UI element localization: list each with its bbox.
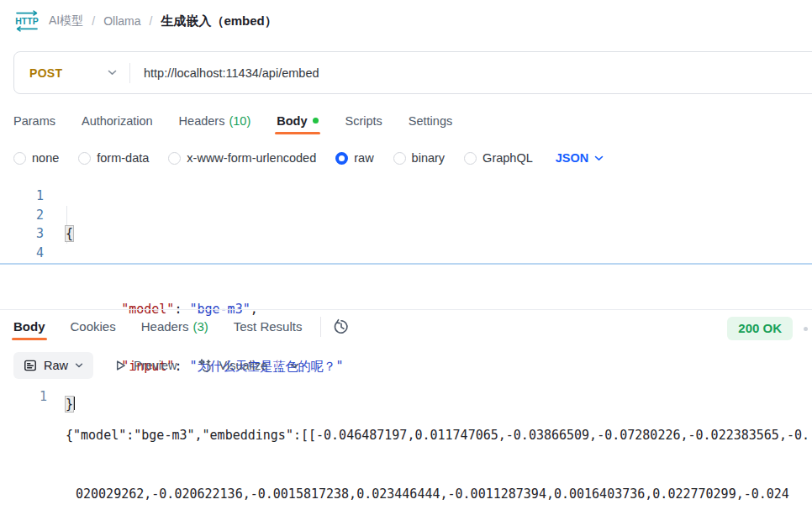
method-select[interactable]: POST (14, 52, 129, 93)
request-url-bar: POST http://localhost:11434/api/embed (13, 51, 812, 94)
tab-headers[interactable]: Headers (10) (179, 107, 251, 134)
chevron-down-icon (594, 155, 604, 161)
breadcrumb-separator: / (149, 14, 152, 28)
method-label: POST (29, 66, 62, 80)
tab-params[interactable]: Params (13, 107, 55, 134)
response-tab-body[interactable]: Body (13, 313, 45, 340)
raw-button-label: Raw (44, 359, 68, 372)
divider (129, 63, 130, 83)
chevron-down-icon[interactable] (290, 363, 299, 369)
url-input[interactable]: http://localhost:11434/api/embed (144, 66, 319, 80)
tab-settings[interactable]: Settings (409, 107, 452, 134)
radio-icon (168, 152, 181, 165)
response-json-text: {"model":"bge-m3","embeddings":[[-0.0464… (66, 387, 809, 531)
radio-icon (464, 152, 477, 165)
response-tab-headers[interactable]: Headers (3) (141, 313, 208, 340)
preview-button-label: Preview (134, 359, 177, 372)
magic-sparkle-icon (198, 358, 213, 373)
radio-label: binary (412, 151, 446, 165)
breadcrumb-item-subfolder[interactable]: Ollama (103, 14, 140, 28)
http-protocol-icon: HTTP (13, 9, 40, 33)
tab-label: Body (13, 319, 45, 334)
breadcrumb: HTTP AI模型 / Ollama / 生成嵌入（embed） (13, 8, 277, 34)
body-type-selector: none form-data x-www-form-urlencoded raw… (13, 145, 604, 171)
response-line: 020029262,-0.020622136,-0.0015817238,0.0… (66, 485, 809, 504)
preview-button[interactable]: Preview (113, 359, 177, 372)
section-divider (0, 309, 812, 310)
body-type-urlencoded[interactable]: x-www-form-urlencoded (168, 151, 316, 165)
divider (277, 360, 278, 372)
request-tabs: Params Authorization Headers (10) Body S… (13, 107, 452, 134)
tab-scripts[interactable]: Scripts (345, 107, 382, 134)
tab-headers-label: Headers (179, 114, 225, 128)
body-type-graphql[interactable]: GraphQL (464, 151, 533, 165)
status-separator-dot (804, 327, 808, 331)
radio-icon (13, 152, 26, 165)
body-type-none[interactable]: none (13, 151, 59, 165)
radio-label: GraphQL (482, 151, 533, 165)
response-toolbar: Raw Preview Visualize (13, 352, 299, 379)
breadcrumb-separator: / (92, 14, 95, 28)
request-body-editor[interactable]: 1 2 3 4 { "model": "bge-m3", "input": "为… (0, 186, 812, 263)
response-tabs-extra (320, 317, 350, 337)
response-tab-cookies[interactable]: Cookies (71, 313, 116, 340)
radio-label: raw (354, 151, 373, 165)
breadcrumb-item-folder[interactable]: AI模型 (49, 13, 83, 29)
language-select[interactable]: JSON (556, 151, 604, 165)
tab-body-label: Body (277, 114, 307, 128)
response-tab-test-results[interactable]: Test Results (234, 313, 303, 340)
radio-checked-icon (335, 152, 348, 165)
editor-line-numbers: 1 2 3 4 (0, 187, 44, 262)
visualize-button[interactable]: Visualize (198, 358, 268, 373)
tab-authorization[interactable]: Authorization (82, 107, 153, 134)
active-tab-underline (275, 132, 320, 134)
response-line-number: 1 (0, 387, 47, 407)
open-brace: { (66, 226, 73, 241)
radio-label: none (32, 151, 59, 165)
response-headers-count-badge: (3) (192, 319, 208, 334)
language-label: JSON (556, 151, 589, 165)
chevron-down-icon (75, 363, 83, 368)
headers-count-badge: (10) (229, 114, 250, 128)
tab-body[interactable]: Body (277, 107, 319, 134)
tab-label: Headers (141, 319, 189, 334)
body-type-binary[interactable]: binary (393, 151, 446, 165)
status-badge: 200 OK (727, 317, 793, 340)
radio-icon (78, 152, 91, 165)
response-body-viewer[interactable]: 1 {"model":"bge-m3","embeddings":[[-0.04… (0, 387, 812, 531)
editor-bottom-divider (0, 263, 812, 265)
breadcrumb-current-page: 生成嵌入（embed） (161, 13, 277, 29)
radio-label: x-www-form-urlencoded (187, 151, 316, 165)
divider (320, 317, 321, 337)
raw-view-button[interactable]: Raw (13, 352, 93, 379)
radio-label: form-data (97, 151, 149, 165)
body-type-raw[interactable]: raw (335, 151, 373, 165)
response-tabs: Body Cookies Headers (3) Test Results (13, 313, 350, 340)
response-line: {"model":"bge-m3","embeddings":[[-0.0464… (66, 426, 809, 445)
raw-text-icon (24, 359, 37, 372)
body-type-form-data[interactable]: form-data (78, 151, 149, 165)
history-icon[interactable] (333, 318, 350, 335)
active-tab-underline (12, 338, 47, 340)
svg-text:HTTP: HTTP (15, 16, 38, 26)
chevron-down-icon (108, 70, 117, 76)
body-modified-dot (313, 118, 319, 124)
radio-icon (393, 152, 406, 165)
visualize-button-label: Visualize (219, 359, 268, 372)
play-icon (113, 359, 127, 372)
